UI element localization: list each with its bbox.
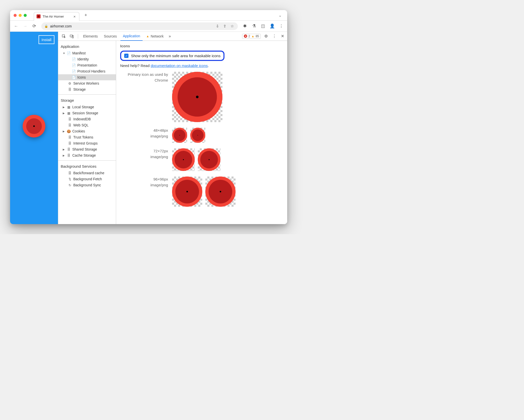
install-button[interactable]: Install xyxy=(39,35,54,44)
table-icon: ▦ xyxy=(67,105,71,109)
database-icon: 🗄 xyxy=(68,135,72,139)
section-title: Icons xyxy=(120,44,283,48)
database-icon: 🗄 xyxy=(68,123,72,127)
sidebar-item-session-storage[interactable]: ▶▦Session Storage xyxy=(58,110,116,116)
toolbar: ← → ⟳ 🔒 airhorner.com ⇩ ⇪ ☆ ✱ ⚗ ◫ 👤 ⋮ xyxy=(10,21,287,32)
maximize-window-icon[interactable] xyxy=(24,14,27,17)
sidebar-item-icons[interactable]: 📄Icons xyxy=(58,74,116,80)
help-link[interactable]: documentation on maskable icons xyxy=(151,63,208,68)
url-text: airhorner.com xyxy=(50,24,213,28)
sidebar-item-presentation[interactable]: 📄Presentation xyxy=(58,62,116,68)
favicon-icon xyxy=(37,14,41,18)
rendered-page: Install xyxy=(10,32,58,224)
tab-network[interactable]: ▲Network xyxy=(144,32,166,41)
warning-icon: ▲ xyxy=(146,34,149,38)
sidebar-item-bf-cache[interactable]: 🗄Back/forward cache xyxy=(58,170,116,176)
icon-preview xyxy=(172,128,187,143)
issues-badge[interactable]: ✕2 ▲85 xyxy=(242,34,261,39)
browser-tab[interactable]: The Air Horner × xyxy=(34,12,79,21)
gear-icon: ⚙ xyxy=(68,81,72,85)
file-icon: 📄 xyxy=(67,51,71,55)
database-icon: 🗄 xyxy=(67,153,71,157)
sidebar-item-bg-fetch[interactable]: ⇅Background Fetch xyxy=(58,176,116,182)
side-panel-icon[interactable]: ◫ xyxy=(259,23,267,30)
labs-icon[interactable]: ⚗ xyxy=(250,23,257,30)
extensions-icon[interactable]: ✱ xyxy=(241,23,248,30)
install-pwa-icon[interactable]: ⇩ xyxy=(215,24,220,28)
more-tabs-icon[interactable]: » xyxy=(167,34,172,39)
sidebar-item-protocol-handlers[interactable]: 📄Protocol Handlers xyxy=(58,68,116,74)
checkbox-checked-icon[interactable]: ✓ xyxy=(124,54,128,58)
tab-sources[interactable]: Sources xyxy=(101,32,119,41)
file-icon: 📄 xyxy=(72,57,76,61)
new-tab-button[interactable]: + xyxy=(84,13,87,18)
sidebar-item-bg-sync[interactable]: ↻Background Sync xyxy=(58,182,116,188)
device-toolbar-icon[interactable] xyxy=(68,33,75,40)
icon-row-label: Primary icon as used by Chrome xyxy=(120,72,168,83)
content-area: Install Elements Sources Application ▲Ne… xyxy=(10,32,287,224)
forward-button[interactable]: → xyxy=(22,23,29,30)
profile-icon[interactable]: 👤 xyxy=(269,23,276,30)
icon-preview xyxy=(205,177,236,207)
tab-elements[interactable]: Elements xyxy=(81,32,100,41)
minimize-window-icon[interactable] xyxy=(19,14,22,17)
devtools-tabstrip: Elements Sources Application ▲Network » … xyxy=(58,32,287,41)
application-main: Icons ✓ Show only the minimum safe area … xyxy=(116,41,287,224)
icon-preview xyxy=(172,177,202,207)
tabs-dropdown-icon[interactable]: ⌄ xyxy=(279,13,282,17)
inspect-element-icon[interactable] xyxy=(60,33,67,40)
sidebar-section-application: Application xyxy=(58,43,116,50)
browser-window: The Air Horner × + ⌄ ← → ⟳ 🔒 airhorner.c… xyxy=(10,10,287,224)
icon-preview xyxy=(172,72,222,122)
bookmark-icon[interactable]: ☆ xyxy=(230,24,235,28)
icon-row-label: 48×48px image/png xyxy=(120,128,168,139)
sync-icon: ↻ xyxy=(68,183,72,187)
share-icon[interactable]: ⇪ xyxy=(222,24,227,28)
sidebar-item-identity[interactable]: 📄Identity xyxy=(58,56,116,62)
help-text: Need help? Read documentation on maskabl… xyxy=(120,63,283,68)
icon-row-label: 96×96px image/png xyxy=(120,177,168,188)
sidebar-item-storage[interactable]: 🗄Storage xyxy=(58,86,116,92)
sidebar-item-trust-tokens[interactable]: 🗄Trust Tokens xyxy=(58,134,116,140)
icon-row-72: 72×72px image/png xyxy=(120,148,283,171)
sidebar-item-cache-storage[interactable]: ▶🗄Cache Storage xyxy=(58,152,116,158)
lock-icon[interactable]: 🔒 xyxy=(44,24,48,28)
sidebar-item-indexeddb[interactable]: 🗄IndexedDB xyxy=(58,116,116,122)
close-window-icon[interactable] xyxy=(14,14,17,17)
close-devtools-icon[interactable]: ✕ xyxy=(280,34,285,39)
icon-row-48: 48×48px image/png xyxy=(120,128,283,143)
devtools-menu-icon[interactable]: ⋮ xyxy=(271,34,277,39)
address-bar[interactable]: 🔒 airhorner.com ⇩ ⇪ ☆ xyxy=(41,22,238,30)
transfer-icon: ⇅ xyxy=(68,177,72,181)
file-icon: 📄 xyxy=(72,63,76,67)
menu-icon[interactable]: ⋮ xyxy=(278,23,285,30)
table-icon: ▦ xyxy=(67,111,71,115)
database-icon: 🗄 xyxy=(68,87,72,91)
sidebar-item-websql[interactable]: 🗄Web SQL xyxy=(58,122,116,128)
sidebar-item-manifest[interactable]: ▼📄Manifest xyxy=(58,50,116,56)
sidebar-item-cookies[interactable]: ▶🍪Cookies xyxy=(58,128,116,134)
icon-preview xyxy=(172,148,195,171)
sidebar-item-interest-groups[interactable]: 🗄Interest Groups xyxy=(58,140,116,146)
maskable-checkbox-row[interactable]: ✓ Show only the minimum safe area for ma… xyxy=(120,51,224,61)
sidebar-item-local-storage[interactable]: ▶▦Local Storage xyxy=(58,104,116,110)
sidebar-item-service-workers[interactable]: ⚙Service Workers xyxy=(58,80,116,86)
database-icon: 🗄 xyxy=(67,147,71,151)
database-icon: 🗄 xyxy=(68,117,72,121)
window-controls xyxy=(14,14,27,17)
icon-preview xyxy=(190,128,205,143)
close-tab-icon[interactable]: × xyxy=(74,14,76,19)
devtools-body: Application ▼📄Manifest 📄Identity 📄Presen… xyxy=(58,41,287,224)
tab-application[interactable]: Application xyxy=(120,32,143,41)
icon-row-primary: Primary icon as used by Chrome xyxy=(120,72,283,122)
settings-icon[interactable]: ⚙ xyxy=(263,34,269,39)
cookie-icon: 🍪 xyxy=(67,129,71,133)
devtools-panel: Elements Sources Application ▲Network » … xyxy=(58,32,287,224)
sidebar-item-shared-storage[interactable]: ▶🗄Shared Storage xyxy=(58,146,116,152)
reload-button[interactable]: ⟳ xyxy=(31,23,38,30)
icon-row-label: 72×72px image/png xyxy=(120,148,168,160)
database-icon: 🗄 xyxy=(68,171,72,175)
airhorn-button[interactable] xyxy=(23,115,45,137)
back-button[interactable]: ← xyxy=(13,23,20,30)
titlebar: The Air Horner × + ⌄ xyxy=(10,10,287,21)
